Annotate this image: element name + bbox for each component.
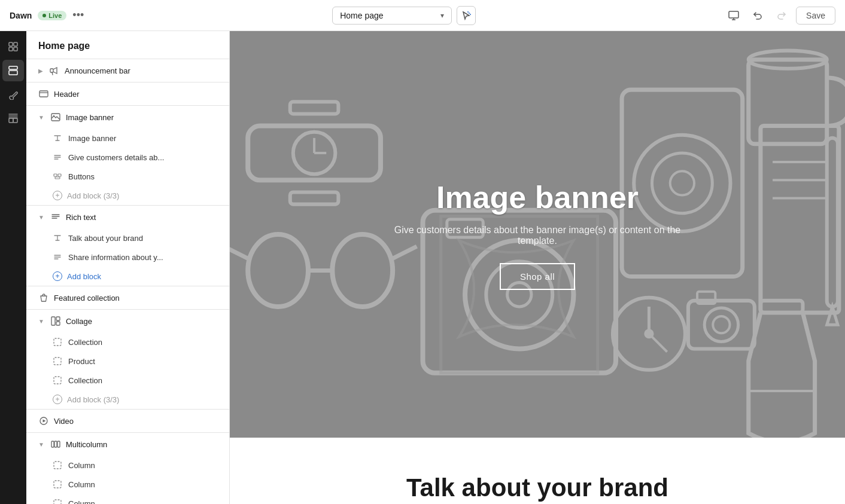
nav-icon-dashboard[interactable]: [2, 36, 24, 57]
featured-collection-label: Featured collection: [54, 294, 217, 303]
svg-point-15: [53, 115, 54, 117]
lines-icon-2: [53, 253, 62, 261]
add-block-image-banner[interactable]: + Add block (3/3): [26, 186, 229, 205]
svg-rect-12: [50, 69, 53, 72]
image-banner-canvas[interactable]: Image banner Give customers details abou…: [230, 31, 845, 438]
svg-rect-29: [54, 462, 61, 469]
bracket-icon-1: [53, 337, 62, 347]
child-collection-1-label: Collection: [68, 338, 102, 347]
child-product[interactable]: Product: [26, 352, 229, 371]
child-product-label: Product: [68, 357, 95, 366]
section-header-multicolumn[interactable]: ▼ Multicolumn: [26, 433, 229, 456]
svg-rect-5: [14, 42, 17, 46]
section-video: Video: [26, 410, 229, 433]
section-header-announcement-bar[interactable]: ▶ Announcement bar: [26, 59, 229, 82]
svg-point-1: [470, 14, 471, 15]
child-column-3[interactable]: Column: [26, 494, 229, 504]
sections-icon: [8, 65, 19, 76]
child-column-1-label: Column: [68, 461, 95, 470]
text-icon-2: [53, 234, 62, 242]
btn-icon: [53, 172, 62, 181]
redo-button[interactable]: [772, 6, 791, 25]
child-share-info[interactable]: Share information about y...: [26, 248, 229, 267]
child-give-customers-label: Give customers details ab...: [68, 153, 164, 162]
header-section-icon: [39, 89, 48, 99]
topbar-center: Home page ▾: [332, 6, 476, 25]
child-collection-2[interactable]: Collection: [26, 371, 229, 390]
add-block-collage-label: Add block (3/3): [67, 395, 119, 404]
child-share-info-label: Share information about y...: [68, 253, 163, 262]
text-icon: [53, 134, 62, 142]
text-lines-icon-2: [53, 252, 62, 262]
chevron-down-icon: ▼: [38, 114, 44, 121]
svg-rect-6: [9, 47, 13, 51]
undo-button[interactable]: [748, 6, 767, 25]
desktop-icon: [728, 10, 740, 22]
svg-rect-22: [54, 338, 61, 346]
svg-rect-56: [827, 138, 838, 307]
page-select-dropdown[interactable]: Home page ▾: [332, 7, 452, 25]
dashboard-icon: [8, 41, 19, 52]
add-block-collage[interactable]: + Add block (3/3): [26, 390, 229, 409]
image-banner-section-label: Image banner: [66, 113, 217, 122]
canvas-inner: Image banner Give customers details abou…: [230, 31, 845, 504]
text-t-icon: [53, 133, 62, 143]
nav-icon-brush[interactable]: [2, 84, 24, 105]
bracket-collection-2-icon: [53, 376, 62, 384]
child-image-banner-block[interactable]: Image banner: [26, 129, 229, 148]
banner-content: Image banner Give customers details abou…: [382, 179, 693, 290]
svg-rect-19: [51, 317, 55, 325]
child-talk-about[interactable]: Talk about your brand: [26, 228, 229, 248]
nav-icon-blocks[interactable]: [2, 108, 24, 129]
add-block-image-banner-label: Add block (3/3): [67, 191, 119, 200]
section-header-image-banner[interactable]: ▼ Image banner: [26, 106, 229, 129]
header-label: Header: [54, 90, 217, 99]
section-header-header[interactable]: Header: [26, 83, 229, 105]
chevron-down-icon-2: ▼: [38, 214, 44, 221]
topbar-left: Dawn Live •••: [10, 9, 84, 22]
text-lines-icon: [53, 152, 62, 162]
child-give-customers[interactable]: Give customers details ab...: [26, 148, 229, 167]
save-button[interactable]: Save: [796, 7, 835, 25]
column-bracket-2: [53, 480, 62, 488]
svg-rect-26: [51, 441, 54, 447]
svg-rect-7: [14, 47, 17, 51]
nav-icon-sections[interactable]: [2, 60, 24, 81]
store-name: Dawn: [10, 11, 32, 20]
child-column-1[interactable]: Column: [26, 456, 229, 475]
video-icon: [38, 416, 49, 426]
topbar: Dawn Live ••• Home page ▾: [0, 0, 845, 31]
cursor-icon: [461, 11, 471, 20]
child-buttons[interactable]: Buttons: [26, 167, 229, 186]
child-collection-1[interactable]: Collection: [26, 332, 229, 352]
section-header-collage[interactable]: ▼ Collage: [26, 310, 229, 332]
add-block-rich-text[interactable]: + Add block: [26, 267, 229, 286]
section-header-video[interactable]: Video: [26, 410, 229, 432]
canvas: Image banner Give customers details abou…: [230, 31, 845, 504]
section-header-rich-text[interactable]: ▼ Rich text: [26, 206, 229, 228]
more-menu-button[interactable]: •••: [72, 9, 84, 22]
svg-rect-31: [54, 500, 61, 504]
rich-text-label: Rich text: [66, 213, 217, 222]
child-collection-2-label: Collection: [68, 376, 102, 385]
svg-point-0: [469, 13, 470, 14]
desktop-view-button[interactable]: [724, 6, 743, 25]
cursor-select-button[interactable]: [457, 6, 476, 25]
svg-rect-33: [290, 102, 339, 114]
svg-rect-9: [9, 71, 17, 75]
chevron-right-icon: ▶: [38, 68, 43, 74]
bracket-icon-3: [53, 375, 62, 385]
video-label: Video: [54, 417, 217, 426]
section-header-featured-collection[interactable]: Featured collection: [26, 286, 229, 309]
rich-text-canvas-section: Talk about your brand: [230, 438, 845, 504]
child-column-2[interactable]: Column: [26, 475, 229, 494]
section-header: Header: [26, 83, 229, 106]
svg-line-41: [230, 246, 248, 258]
svg-rect-16: [54, 174, 57, 176]
svg-rect-10: [9, 118, 13, 123]
live-badge: Live: [38, 11, 66, 20]
main-layout: Home page ▶ Announcement bar: [0, 31, 845, 504]
rich-text-children: Talk about your brand Share information …: [26, 228, 229, 286]
buttons-icon: [53, 172, 62, 181]
banner-shop-all-button[interactable]: Shop all: [500, 263, 575, 290]
